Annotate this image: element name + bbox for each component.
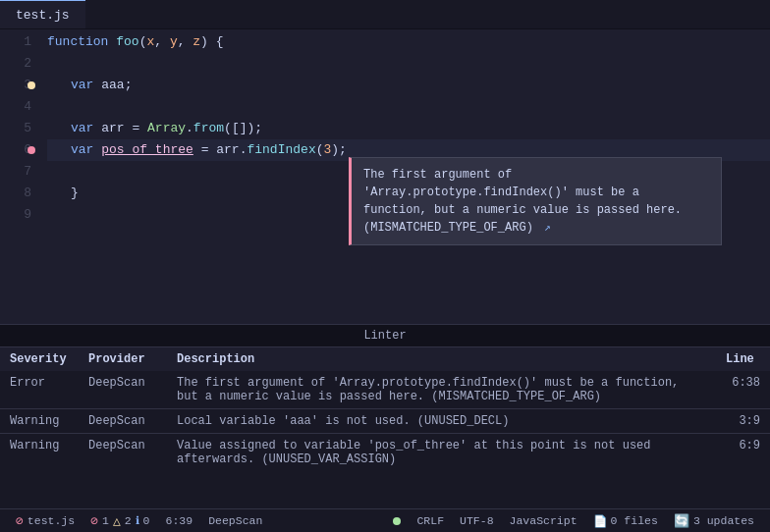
linter-panel: Linter Severity Provider Description Lin… [0, 324, 770, 508]
encoding-label: UTF-8 [460, 514, 494, 527]
linter-row[interactable]: Warning DeepScan Local variable 'aaa' is… [0, 409, 770, 434]
linter-provider: DeepScan [79, 434, 167, 472]
status-bar: ⊘ test.js ⊘ 1 △ 2 ℹ 0 6:39 DeepScan CRLF… [0, 508, 770, 532]
info-icon: ℹ [136, 514, 139, 527]
linter-description: The first argument of 'Array.prototype.f… [167, 371, 716, 409]
status-provider[interactable]: DeepScan [200, 509, 270, 532]
code-line-2 [47, 53, 770, 75]
linter-line: 6:9 [716, 434, 770, 472]
status-error-icon: ⊘ [16, 513, 24, 529]
status-files[interactable]: 📄 0 files [585, 509, 666, 532]
linter-severity: Warning [0, 409, 79, 434]
code-line-3: var aaa; [47, 75, 770, 96]
code-container[interactable]: 1 2 3 4 5 6 7 8 9 function foo(x, y, z) … [0, 29, 770, 324]
tooltip-link[interactable]: ↗ [544, 222, 551, 234]
col-header-line: Line [716, 347, 770, 371]
updates-icon: 🔄 [674, 513, 689, 529]
tooltip-text: The first argument of 'Array.prototype.f… [363, 168, 682, 235]
code-line-4 [47, 96, 770, 118]
linter-row[interactable]: Error DeepScan The first argument of 'Ar… [0, 371, 770, 409]
linter-header-row: Severity Provider Description Line [0, 347, 770, 371]
code-line-5: var arr = Array.from([]); [47, 118, 770, 139]
linter-description: Value assigned to variable 'pos_of_three… [167, 434, 716, 472]
linter-line: 3:9 [716, 409, 770, 434]
linter-severity: Warning [0, 434, 79, 472]
col-header-description: Description [167, 347, 716, 371]
error-icon: ⊘ [90, 513, 98, 529]
status-file-label: test.js [28, 514, 75, 527]
linter-line: 6:38 [716, 371, 770, 409]
language-label: JavaScript [510, 514, 578, 527]
provider-name: DeepScan [208, 514, 262, 527]
status-updates[interactable]: 🔄 3 updates [666, 509, 762, 532]
error-count: 1 [102, 514, 109, 527]
updates-label: 3 updates [693, 514, 754, 527]
status-filename[interactable]: ⊘ test.js [8, 509, 82, 532]
warning-dot-3 [28, 81, 35, 89]
files-icon: 📄 [593, 514, 607, 528]
tab-bar: test.js [0, 0, 770, 29]
col-header-severity: Severity [0, 347, 79, 371]
info-count: 0 [143, 514, 150, 527]
warning-icon: △ [113, 513, 121, 529]
linter-row[interactable]: Warning DeepScan Value assigned to varia… [0, 434, 770, 472]
status-dot-indicator [385, 509, 409, 532]
connection-dot [393, 517, 401, 525]
linter-table: Severity Provider Description Line Error… [0, 347, 770, 471]
status-language[interactable]: JavaScript [502, 509, 585, 532]
editor-area: 1 2 3 4 5 6 7 8 9 function foo(x, y, z) … [0, 29, 770, 508]
code-line-1: function foo(x, y, z) { [47, 31, 770, 53]
linter-severity: Error [0, 371, 79, 409]
status-eol[interactable]: CRLF [409, 509, 452, 532]
status-errors[interactable]: ⊘ 1 △ 2 ℹ 0 [82, 509, 157, 532]
active-tab[interactable]: test.js [0, 0, 85, 28]
status-encoding[interactable]: UTF-8 [452, 509, 502, 532]
files-label: 0 files [611, 514, 658, 527]
linter-description: Local variable 'aaa' is not used. (UNUSE… [167, 409, 716, 434]
status-position[interactable]: 6:39 [158, 509, 201, 532]
tab-filename: test.js [16, 8, 70, 23]
line-numbers: 1 2 3 4 5 6 7 8 9 [0, 29, 39, 324]
error-tooltip: The first argument of 'Array.prototype.f… [349, 157, 722, 245]
linter-provider: DeepScan [79, 371, 167, 409]
eol-label: CRLF [416, 514, 444, 527]
error-dot-6 [28, 146, 35, 154]
warning-count: 2 [125, 514, 132, 527]
cursor-position: 6:39 [166, 514, 193, 527]
linter-provider: DeepScan [79, 409, 167, 434]
linter-title: Linter [0, 325, 770, 347]
col-header-provider: Provider [79, 347, 167, 371]
